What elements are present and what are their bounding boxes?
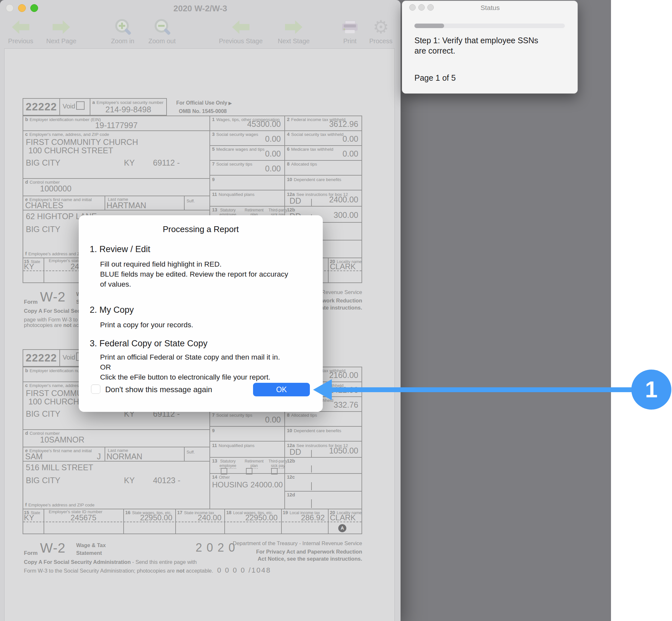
middle-initial-value: J [97, 452, 101, 461]
void-label: Void [62, 102, 75, 110]
employer-zip: 69112 - [153, 158, 180, 167]
box8-label: 8Allocated tips [287, 413, 317, 418]
toolbar-next-page[interactable]: Next Page [37, 18, 86, 45]
box7-label: 7Social security tips [212, 413, 252, 418]
ssn-value: 214-99-8498 [90, 105, 166, 114]
form-word: Form [24, 550, 38, 556]
box17-value: 240.00 [198, 513, 221, 522]
state-value: KY [24, 262, 34, 271]
wage-tax-label: Wage & Tax [76, 542, 106, 548]
first-name-value: CHARLES [25, 201, 63, 210]
box1-value: 45300.00 [247, 119, 281, 129]
arrow-left-icon [12, 20, 29, 34]
box10-label: 10Dependent care benefits [287, 177, 341, 182]
official-use-label: For Official Use Only ▶ [176, 100, 232, 106]
locality-value: CLARK [330, 262, 356, 271]
progress-bar [414, 24, 565, 28]
form-code: 22222 [23, 101, 60, 113]
form-code: 22222 [23, 352, 60, 364]
box11-label: 11Nonqualified plans [212, 192, 254, 197]
box11-label: 11Nonqualified plans [212, 443, 254, 448]
state-value: KY [24, 513, 34, 522]
box7-value: 0.00 [265, 415, 281, 424]
box2-value: 3612.96 [329, 119, 358, 129]
toolbar-previous-stage[interactable]: Previous Stage [217, 18, 265, 45]
form-word: Form [24, 299, 38, 305]
employer-city: BIG CITY [26, 158, 60, 167]
box13-statutory-label: Statutoryemployee [219, 459, 236, 468]
arrow-right-icon [285, 20, 302, 34]
employee-zip: 40123 - [153, 476, 180, 485]
box12a-code: DD [290, 447, 301, 457]
box2-value: 2160.00 [329, 371, 358, 380]
window-title: 2020 W-2/W-3 [0, 4, 401, 13]
first-name-value: SAM [25, 452, 43, 461]
box9-label: 9 [212, 177, 216, 182]
box12a-amount: 2400.00 [329, 195, 358, 204]
box7-label: 7Social security tips [212, 161, 252, 167]
status-message-line2: are correct. [414, 46, 455, 55]
arrow-left-icon [232, 20, 250, 34]
box4-label: 4Social security tax withheld [287, 132, 343, 137]
privacy-line1: For Privacy Act and Paperwork Reduction [256, 549, 362, 555]
last-name-value: NORMAN [107, 452, 142, 461]
form-number: W-2 [40, 540, 66, 556]
ssn-label: aEmployee's social security number [92, 100, 164, 105]
box14-label: 14Other [212, 474, 230, 480]
employee-address-label: fEmployee's address and ZIP code [25, 502, 94, 507]
titlebar[interactable]: 2020 W-2/W-3 [0, 0, 401, 15]
annotation-arrow-line [331, 387, 633, 392]
box6-label: 6Medicare tax withheld [287, 147, 333, 152]
box10-label: 10Dependent care benefits [287, 428, 341, 433]
box3-value: 0.00 [265, 134, 281, 143]
status-window-title: Status [402, 4, 578, 12]
employer-state: KY [124, 158, 135, 167]
status-window: Status Step 1: Verify that employee SSNs… [402, 1, 578, 94]
control-value: 10SAMNOR [40, 435, 85, 445]
box3-label: 3Social security wages [212, 132, 258, 137]
arrow-right-icon [53, 20, 70, 34]
dialog-title: Processing a Report [79, 224, 323, 234]
dialog-section1-body: Fill out required field highlight in RED… [100, 259, 288, 289]
box13-label: 13 [212, 458, 219, 463]
dialog-section3-body: Print an official Federal or State copy … [100, 352, 280, 382]
box14-code: HOUSING [212, 480, 248, 489]
gear-icon: ⚙ [373, 18, 389, 36]
thirdparty-checkbox [271, 468, 278, 474]
box9-label: 9 [212, 428, 216, 433]
box6-value: 0.00 [342, 149, 358, 159]
statutory-checkbox [221, 468, 227, 474]
box13-label: 13 [212, 207, 219, 212]
box12b-label: 12b [287, 458, 297, 463]
employee-city: BIG CITY [26, 476, 60, 485]
locality-value: CLARK [330, 513, 356, 522]
box6-value: 332.76 [334, 400, 358, 410]
toolbar-process[interactable]: ⚙ Process [356, 18, 405, 45]
form-number: W-2 [40, 289, 66, 305]
box5-value: 0.00 [265, 149, 281, 159]
employee-state: KY [124, 476, 135, 485]
void-checkbox [76, 101, 85, 110]
retirement-checkbox [246, 468, 252, 474]
box12a-code: DD [290, 196, 301, 206]
control-value: 1000000 [40, 184, 71, 193]
box7-value: 0.00 [265, 164, 281, 173]
official-use-arrow-icon: ▶ [227, 101, 232, 106]
employer-street: 100 CHURCH STREET [29, 146, 113, 155]
employer-name: FIRST COMMUNITY CHURCH [26, 137, 138, 147]
dept-line: Department of the Treasury - Internal Re… [233, 540, 362, 546]
privacy-line2: Act Notice, see the separate instruction… [258, 556, 362, 562]
ok-button[interactable]: OK [253, 383, 310, 396]
annotation-step-badge: 1 [631, 370, 671, 410]
ein-value: 19-1177997 [23, 121, 210, 130]
tax-year: 2020 [185, 541, 250, 554]
dialog-section1-heading: 1. Review / Edit [90, 244, 151, 254]
last-name-value: HARTMAN [107, 201, 146, 210]
dont-show-again-checkbox[interactable] [91, 384, 100, 394]
toolbar-next-stage[interactable]: Next Stage [269, 18, 318, 45]
toolbar-zoom-out[interactable]: Zoom out [138, 18, 186, 45]
toolbar: Previous Next Page Zoom in Zoom out Prev… [0, 15, 401, 49]
box13-thirdparty-label: Third-partysick pay [268, 459, 287, 468]
employee-city: BIG CITY [26, 225, 60, 234]
locality-marker: A [338, 524, 346, 532]
